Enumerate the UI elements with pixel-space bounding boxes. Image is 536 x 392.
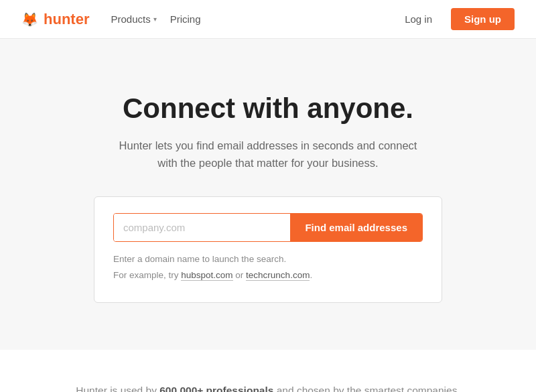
logo-icon: 🦊 [21,11,38,27]
logos-section: Hunter is used by 600,000+ professionals… [0,350,536,392]
signup-button[interactable]: Sign up [451,8,515,30]
hint-line2-mid: or [233,270,247,280]
products-nav-link[interactable]: Products ▾ [111,13,156,25]
hint-line2-suffix: . [310,270,312,280]
products-label: Products [111,13,150,25]
nav-left: 🦊 hunter Products ▾ Pricing [21,11,201,28]
hint-line1: Enter a domain name to launch the search… [113,251,423,267]
navbar: 🦊 hunter Products ▾ Pricing Log in Sign … [0,0,536,39]
login-button[interactable]: Log in [397,9,440,29]
hint-link-techcrunch[interactable]: techcrunch.com [246,270,310,281]
nav-right: Log in Sign up [397,8,515,30]
hero-headline: Connect with anyone. [13,92,523,125]
search-row: Find email addresses [113,213,423,242]
logos-text-prefix: Hunter is used by [76,385,159,392]
find-emails-button[interactable]: Find email addresses [290,214,422,241]
logos-text: Hunter is used by 600,000+ professionals… [13,385,523,392]
logo-text: hunter [44,11,89,28]
search-hint: Enter a domain name to launch the search… [113,251,423,284]
chevron-down-icon: ▾ [153,15,157,23]
search-card: Find email addresses Enter a domain name… [94,196,442,304]
hint-line2: For example, try hubspot.com or techcrun… [113,267,423,283]
domain-search-input[interactable] [114,214,290,241]
hint-link-hubspot[interactable]: hubspot.com [181,270,232,281]
logos-text-bold: 600,000+ professionals [159,385,273,392]
hero-subheadline: Hunter lets you find email addresses in … [114,137,422,172]
nav-links: Products ▾ Pricing [111,13,200,25]
hint-line2-prefix: For example, try [113,270,181,280]
logo-link[interactable]: 🦊 hunter [21,11,89,28]
pricing-nav-link[interactable]: Pricing [170,13,201,25]
logos-text-suffix: and chosen by the smartest companies. [273,385,460,392]
pricing-label: Pricing [170,13,201,25]
hero-section: Connect with anyone. Hunter lets you fin… [0,39,536,350]
